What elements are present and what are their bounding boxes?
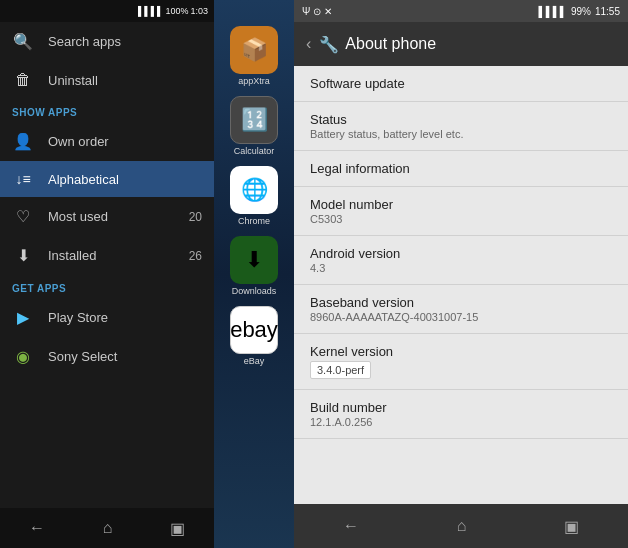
about-title-text: About phone [345,35,436,53]
left-battery: 100% [165,6,188,16]
app-downloads[interactable]: ⬇ Downloads [218,232,290,300]
ebay-icon: ebay [230,306,278,354]
appxtra-label: appXtra [238,76,270,86]
calculator-icon: 🔢 [230,96,278,144]
status-value: Battery status, battery level etc. [310,128,612,140]
about-header: ‹ 🔧 About phone [294,22,628,66]
sync-icon: ⊙ [313,6,321,17]
row-status[interactable]: Status Battery status, battery level etc… [294,102,628,151]
downloads-label: Downloads [232,286,277,296]
status-label: Status [310,112,612,127]
app-chrome[interactable]: 🌐 Chrome [218,162,290,230]
right-status-left-icons: Ψ ⊙ ✕ [302,6,332,17]
row-android[interactable]: Android version 4.3 [294,236,628,285]
app-appxtra[interactable]: 📦 appXtra [218,22,290,90]
android-label: Android version [310,246,612,261]
playstore-icon: ▶ [12,308,34,327]
chrome-icon: 🌐 [230,166,278,214]
right-time: 11:55 [595,6,620,17]
row-build[interactable]: Build number 12.1.A.0.256 [294,390,628,439]
status-bar-right: Ψ ⊙ ✕ ▌▌▌▌ 99% 11:55 [294,0,628,22]
appxtra-icon: 📦 [230,26,278,74]
downloads-icon: ⬇ [230,236,278,284]
row-software-update[interactable]: Software update [294,66,628,102]
model-label: Model number [310,197,612,212]
nav-bar-right: ← ⌂ ▣ [294,504,628,548]
right-signal: ▌▌▌▌ [539,6,567,17]
row-model[interactable]: Model number C5303 [294,187,628,236]
build-value: 12.1.A.0.256 [310,416,612,428]
back-button-left[interactable]: ← [29,519,45,537]
search-icon: 🔍 [12,32,34,51]
own-order-label: Own order [48,134,202,149]
menu-item-play-store[interactable]: ▶ Play Store [0,298,214,337]
home-button-left[interactable]: ⌂ [103,519,113,537]
status-bar-left: ▌▌▌▌ 100% 1:03 [0,0,214,22]
recents-button-left[interactable]: ▣ [170,519,185,538]
play-store-label: Play Store [48,310,202,325]
back-button-right[interactable]: ← [343,517,359,535]
model-value: C5303 [310,213,612,225]
left-status-icons: ▌▌▌▌ 100% 1:03 [138,6,208,16]
alphabetical-label: Alphabetical [48,172,202,187]
heart-icon: ♡ [12,207,34,226]
sony-select-label: Sony Select [48,349,202,364]
left-time: 1:03 [190,6,208,16]
build-label: Build number [310,400,612,415]
nav-bar-left: ← ⌂ ▣ [0,508,214,548]
menu-item-sony-select[interactable]: ◉ Sony Select [0,337,214,376]
right-status-right: ▌▌▌▌ 99% 11:55 [539,6,620,17]
installed-label: Installed [48,248,175,263]
back-button-about[interactable]: ‹ [306,35,311,53]
chrome-label: Chrome [238,216,270,226]
sony-icon: ◉ [12,347,34,366]
menu-item-most-used[interactable]: ♡ Most used 20 [0,197,214,236]
menu-item-alphabetical[interactable]: ↓≡ Alphabetical [0,161,214,197]
alpha-icon: ↓≡ [12,171,34,187]
about-content[interactable]: Software update Status Battery status, b… [294,66,628,504]
left-signal: ▌▌▌▌ [138,6,164,16]
recents-button-right[interactable]: ▣ [564,517,579,536]
row-legal[interactable]: Legal information [294,151,628,187]
kernel-label: Kernel version [310,344,612,359]
about-title: 🔧 About phone [319,35,436,54]
installed-count: 26 [189,249,202,263]
menu-item-search[interactable]: 🔍 Search apps [0,22,214,61]
right-battery: 99% [571,6,591,17]
baseband-value: 8960A-AAAAATAZQ-40031007-15 [310,311,612,323]
menu-list: 🔍 Search apps 🗑 Uninstall SHOW APPS 👤 Ow… [0,22,214,508]
search-label: Search apps [48,34,202,49]
most-used-count: 20 [189,210,202,224]
app-calculator[interactable]: 🔢 Calculator [218,92,290,160]
menu-item-installed[interactable]: ⬇ Installed 26 [0,236,214,275]
legal-label: Legal information [310,161,612,176]
calculator-label: Calculator [234,146,275,156]
baseband-label: Baseband version [310,295,612,310]
row-baseband[interactable]: Baseband version 8960A-AAAAATAZQ-4003100… [294,285,628,334]
software-update-label: Software update [310,76,612,91]
row-kernel[interactable]: Kernel version 3.4.0-perf [294,334,628,390]
app-ebay[interactable]: ebay eBay [218,302,290,370]
installed-icon: ⬇ [12,246,34,265]
kernel-value: 3.4.0-perf [310,361,371,379]
menu-item-uninstall[interactable]: 🗑 Uninstall [0,61,214,99]
home-button-right[interactable]: ⌂ [457,517,467,535]
ebay-label: eBay [244,356,265,366]
person-icon: 👤 [12,132,34,151]
left-panel: ▌▌▌▌ 100% 1:03 🔍 Search apps 🗑 Uninstall… [0,0,214,548]
wrench-icon: 🔧 [319,35,339,54]
x-icon: ✕ [324,6,332,17]
usb-icon: Ψ [302,6,310,17]
uninstall-label: Uninstall [48,73,202,88]
show-apps-header: SHOW APPS [0,99,214,122]
right-panel: Ψ ⊙ ✕ ▌▌▌▌ 99% 11:55 ‹ 🔧 About phone Sof… [294,0,628,548]
android-value: 4.3 [310,262,612,274]
menu-item-own-order[interactable]: 👤 Own order [0,122,214,161]
most-used-label: Most used [48,209,175,224]
middle-panel: 📦 appXtra 🔢 Calculator 🌐 Chrome ⬇ Downlo… [214,0,294,548]
trash-icon: 🗑 [12,71,34,89]
get-apps-header: GET APPS [0,275,214,298]
